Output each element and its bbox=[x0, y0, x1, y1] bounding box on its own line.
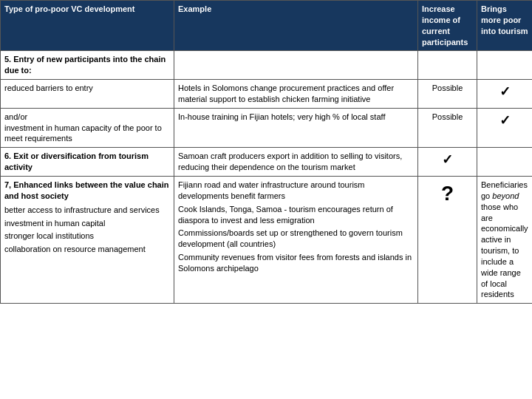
section7-col1: 7, Enhanced links between the value chai… bbox=[1, 176, 174, 303]
section7-col3: ? bbox=[418, 176, 477, 303]
section5-row1: reduced barriers to entry Hotels in Solo… bbox=[1, 80, 533, 109]
section7-col2-line4: Community revenues from visitor fees fro… bbox=[178, 252, 414, 274]
section6-col3: ✓ bbox=[418, 148, 477, 177]
question-mark: ? bbox=[422, 180, 473, 208]
section5-header-col4 bbox=[477, 51, 533, 80]
section5-row1-col2: Hotels in Solomons change procurement pr… bbox=[174, 80, 418, 109]
section5-header-row: 5. Entry of new participants into the ch… bbox=[1, 51, 533, 80]
section7-title: 7, Enhanced links between the value chai… bbox=[4, 180, 170, 202]
header-col1: Type of pro-poor VC development bbox=[1, 1, 174, 51]
section7-col2-line2: Cook Islands, Tonga, Samoa - tourism enc… bbox=[178, 204, 414, 226]
checkmark-1: ✓ bbox=[481, 83, 528, 100]
header-row: Type of pro-poor VC development Example … bbox=[1, 1, 533, 51]
section7-col2-line1: Fijiann road and water infrastructure ar… bbox=[178, 180, 414, 202]
section5-header-col3 bbox=[418, 51, 477, 80]
header-col3: Increase income of current participants bbox=[418, 1, 477, 51]
section5-row1-col3: Possible bbox=[418, 80, 477, 109]
section5-title: 5. Entry of new participants into the ch… bbox=[1, 51, 174, 80]
header-col4: Brings more poor into tourism bbox=[477, 1, 533, 51]
section7-col4: Beneficiaries go beyond those who are ec… bbox=[477, 176, 533, 303]
section7-line1: better access to infrastructure and serv… bbox=[4, 205, 170, 216]
section6-row: 6. Exit or diversification from tourism … bbox=[1, 148, 533, 177]
section7-line4: collaboration on resource management bbox=[4, 244, 170, 255]
section5-row2: and/or investment in human capacity of t… bbox=[1, 108, 533, 148]
checkmark-2: ✓ bbox=[481, 112, 528, 129]
header-col2: Example bbox=[174, 1, 418, 51]
section5-row2-col1: and/or investment in human capacity of t… bbox=[1, 108, 174, 148]
section5-row2-col4: ✓ bbox=[477, 108, 533, 148]
section5-row2-col3: Possible bbox=[418, 108, 477, 148]
section5-header-col2 bbox=[174, 51, 418, 80]
section7-row: 7, Enhanced links between the value chai… bbox=[1, 176, 533, 303]
section7-line3: stronger local institutions bbox=[4, 231, 170, 242]
beyond-italic: beyond bbox=[492, 191, 519, 200]
section7-col4-text: Beneficiaries go beyond those who are ec… bbox=[481, 180, 528, 299]
section6-col2: Samoan craft producers export in additio… bbox=[174, 148, 418, 177]
section7-col2: Fijiann road and water infrastructure ar… bbox=[174, 176, 418, 303]
section5-row1-col1: reduced barriers to entry bbox=[1, 80, 174, 109]
section6-col4 bbox=[477, 148, 533, 177]
section6-title: 6. Exit or diversification from tourism … bbox=[1, 148, 174, 177]
section7-line2: investment in human capital bbox=[4, 218, 170, 229]
section7-col2-line3: Commissions/boards set up or strengthene… bbox=[178, 228, 414, 250]
section5-row1-col4: ✓ bbox=[477, 80, 533, 109]
section5-row2-col2: In-house training in Fijian hotels; very… bbox=[174, 108, 418, 148]
checkmark-3: ✓ bbox=[422, 151, 473, 168]
